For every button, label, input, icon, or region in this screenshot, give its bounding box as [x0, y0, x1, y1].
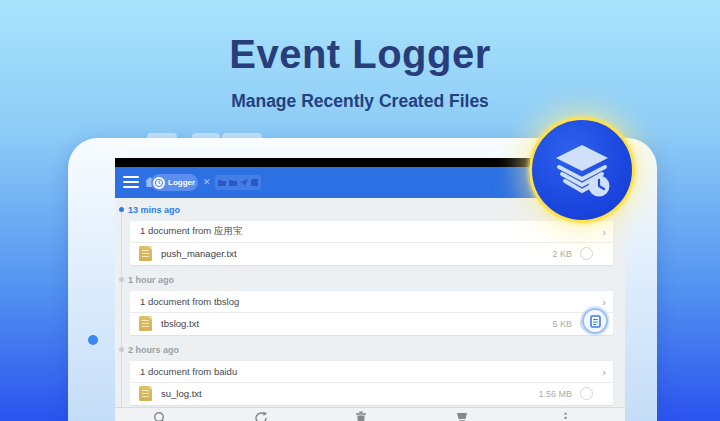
file-size: 2 KB [552, 249, 572, 259]
page-subtitle: Manage Recently Created Files [0, 91, 720, 112]
bottom-toolbar: ⋮ [115, 407, 625, 421]
event-logger-badge [529, 117, 635, 223]
menu-icon[interactable] [123, 176, 139, 188]
group-summary-row[interactable]: 1 document from tbslog › [130, 291, 613, 313]
file-size: 1.56 MB [538, 389, 572, 399]
file-name: su_log.txt [161, 388, 538, 399]
file-name: tbslog.txt [161, 318, 552, 329]
file-size: 5 KB [552, 319, 572, 329]
toolbar-quick-icons [215, 175, 261, 190]
document-icon [139, 246, 152, 261]
timeline-bullet [119, 277, 124, 282]
document-icon [139, 386, 152, 401]
group-summary-row[interactable]: 1 document from 应用宝 › [130, 221, 613, 243]
folder2-icon[interactable] [229, 179, 237, 186]
event-list: 13 mins ago 1 document from 应用宝 › push_m… [115, 198, 625, 407]
clean-icon[interactable] [455, 411, 469, 421]
file-group-card: 1 document from tbslog › tbslog.txt 5 KB [130, 291, 613, 335]
group-time: 1 hour ago [128, 274, 625, 286]
file-row[interactable]: push_manager.txt 2 KB [130, 243, 613, 264]
page-title: Event Logger [0, 32, 720, 77]
file-glyph-icon [590, 315, 601, 328]
tablet-camera [88, 335, 98, 345]
clock-icon [153, 177, 165, 189]
file-name: push_manager.txt [161, 248, 552, 259]
folder-icon[interactable] [218, 179, 226, 186]
sdcard-icon[interactable] [251, 179, 258, 186]
tab-logger[interactable]: Logger [151, 174, 198, 191]
delete-icon[interactable] [354, 411, 368, 421]
search-icon[interactable] [153, 411, 167, 421]
group-summary: 1 document from 应用宝 [140, 225, 602, 238]
group-summary: 1 document from baidu [140, 366, 602, 377]
timeline-bullet [119, 207, 124, 212]
send-icon[interactable] [240, 179, 248, 186]
chevron-right-icon: › [602, 366, 606, 378]
select-radio[interactable] [580, 247, 593, 260]
timeline-rule [121, 210, 122, 407]
hero-header: Event Logger Manage Recently Created Fil… [0, 0, 720, 112]
more-icon[interactable]: ⋮ [559, 411, 573, 421]
refresh-icon[interactable] [254, 411, 268, 421]
file-row[interactable]: tbslog.txt 5 KB [130, 313, 613, 334]
timeline-bullet [119, 347, 124, 352]
file-assistant-button[interactable] [582, 308, 608, 334]
tab-label: Logger [168, 178, 195, 187]
close-icon[interactable]: ✕ [203, 176, 211, 189]
file-row[interactable]: su_log.txt 1.56 MB [130, 383, 613, 404]
chevron-right-icon: › [602, 296, 606, 308]
select-radio[interactable] [580, 387, 593, 400]
file-group-card: 1 document from 应用宝 › push_manager.txt 2… [130, 221, 613, 265]
document-icon [139, 316, 152, 331]
group-time: 2 hours ago [128, 344, 625, 356]
layers-clock-icon [551, 141, 613, 199]
chevron-right-icon: › [602, 226, 606, 238]
group-summary-row[interactable]: 1 document from baidu › [130, 361, 613, 383]
file-group-card: 1 document from baidu › su_log.txt 1.56 … [130, 361, 613, 405]
group-summary: 1 document from tbslog [140, 296, 602, 307]
